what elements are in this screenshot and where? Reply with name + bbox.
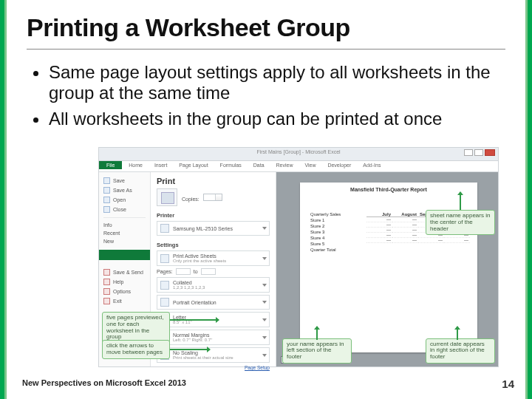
printer-section-label: Printer — [157, 212, 270, 219]
chevron-down-icon — [262, 354, 267, 357]
callout-arrow — [170, 349, 210, 350]
titlebar: First Mains [Group] - Microsoft Excel — [99, 148, 498, 161]
print-heading: Print — [157, 177, 270, 185]
orientation-icon — [160, 298, 169, 307]
callout-arrow — [460, 192, 461, 210]
preview-header-center: Mansfield Third-Quarter Report — [350, 187, 427, 192]
setting-orientation[interactable]: Portrait Orientation — [157, 295, 270, 310]
nav-print-selected[interactable] — [99, 250, 150, 260]
print-button[interactable] — [157, 188, 177, 206]
tab-data[interactable]: Data — [248, 161, 270, 168]
tab-page-layout[interactable]: Page Layout — [174, 161, 213, 168]
minimize-button[interactable] — [464, 149, 473, 156]
nav-save-as[interactable]: Save As — [103, 185, 146, 195]
chevron-down-icon — [262, 257, 267, 260]
setting-collate[interactable]: Collated1,2,3 1,2,3 1,2,3 — [157, 277, 270, 293]
print-preview-pane: Mansfield Third-Quarter Report Quarterly… — [276, 172, 498, 366]
printer-name: Samsung ML-2510 Series — [173, 226, 233, 231]
slide-accent-left — [0, 0, 4, 399]
copies-label: Copies: — [182, 197, 200, 202]
tab-file[interactable]: File — [99, 161, 122, 169]
slide-number: 14 — [502, 378, 514, 390]
bullet-item: Same page layout settings apply to all w… — [49, 62, 502, 104]
pages-to-input[interactable] — [201, 268, 216, 275]
callout-arrows-move: click the arrows to move between pages — [102, 340, 170, 359]
save-as-icon — [103, 187, 110, 194]
copies-spinner[interactable] — [203, 194, 222, 201]
pages-range: Pages:to — [157, 268, 270, 275]
callout-arrow — [457, 327, 458, 340]
preview-row-labels: Quarterly Sales Store 1 Store 2 Store 3 … — [310, 212, 365, 253]
collate-icon — [160, 281, 169, 290]
page-setup-link[interactable]: Page Setup — [157, 365, 270, 370]
close-button[interactable] — [485, 149, 495, 156]
close-file-icon — [103, 206, 110, 213]
preview-page: Mansfield Third-Quarter Report Quarterly… — [300, 183, 477, 352]
copies-control: Copies: — [182, 194, 222, 202]
printer-icon — [160, 224, 169, 233]
save-icon — [103, 177, 110, 184]
nav-open[interactable]: Open — [103, 195, 146, 205]
nav-recent[interactable]: Recent — [103, 229, 146, 237]
callout-arrow — [170, 319, 219, 321]
print-button-row: Copies: — [157, 188, 270, 206]
callout-name-footer-left: your name appears in left section of the… — [282, 338, 352, 364]
callout-sheet-name-header: sheet name appears in the center of the … — [426, 210, 495, 235]
callout-arrow — [316, 327, 318, 340]
maximize-button[interactable] — [474, 149, 483, 156]
chevron-down-icon — [262, 336, 267, 339]
callout-pages-previewed: five pages previewed, one for each works… — [102, 312, 170, 344]
open-icon — [103, 197, 110, 203]
slide-title: Printing a Worksheet Group — [27, 13, 502, 42]
save-send-icon — [103, 269, 110, 276]
chevron-down-icon — [262, 318, 267, 321]
nav-help[interactable]: Help — [103, 277, 146, 287]
tab-developer[interactable]: Developer — [322, 161, 356, 168]
chevron-down-icon — [262, 301, 267, 304]
callout-date-footer-right: current date appears in right section of… — [426, 338, 495, 364]
setting-scope[interactable]: Print Active SheetsOnly print the active… — [157, 250, 270, 266]
tab-insert[interactable]: Insert — [149, 161, 173, 168]
nav-info[interactable]: Info — [103, 221, 146, 229]
slide-footer: New Perspectives on Microsoft Excel 2013 — [22, 378, 186, 387]
nav-options[interactable]: Options — [103, 287, 146, 296]
sheets-icon — [160, 254, 169, 263]
ribbon-tabs: File Home Insert Page Layout Formulas Da… — [99, 161, 498, 172]
window-title: First Mains [Group] - Microsoft Excel — [256, 149, 340, 154]
chevron-down-icon — [262, 227, 267, 230]
title-underline — [27, 49, 505, 50]
nav-footer-links: Save & Send Help Options Exit — [103, 267, 146, 306]
bullet-list: Same page layout settings apply to all w… — [34, 62, 502, 134]
nav-save[interactable]: Save — [103, 176, 146, 185]
excel-print-screenshot: First Mains [Group] - Microsoft Excel Fi… — [99, 148, 498, 366]
bullet-item: All worksheets in the group can be print… — [49, 109, 502, 129]
chevron-down-icon — [262, 284, 267, 287]
tab-review[interactable]: Review — [271, 161, 299, 168]
pages-from-input[interactable] — [176, 268, 191, 275]
tab-view[interactable]: View — [299, 161, 321, 168]
slide: Printing a Worksheet Group Same page lay… — [0, 0, 532, 399]
tab-formulas[interactable]: Formulas — [215, 161, 247, 168]
nav-new[interactable]: New — [103, 237, 146, 245]
setting-margins[interactable]: Normal MarginsLeft: 0.7" Right: 0.7" — [157, 330, 270, 345]
options-icon — [103, 288, 110, 295]
tab-home[interactable]: Home — [123, 161, 148, 168]
nav-close[interactable]: Close — [103, 205, 146, 214]
nav-separator — [103, 217, 146, 218]
exit-icon — [103, 298, 110, 304]
printer-select[interactable]: Samsung ML-2510 Series — [157, 221, 270, 236]
help-icon — [103, 279, 110, 285]
tab-addins[interactable]: Add-Ins — [358, 161, 386, 168]
nav-exit[interactable]: Exit — [103, 296, 146, 306]
nav-save-send[interactable]: Save & Send — [103, 267, 146, 277]
slide-accent-right — [528, 0, 532, 399]
settings-section-label: Settings — [157, 242, 270, 248]
